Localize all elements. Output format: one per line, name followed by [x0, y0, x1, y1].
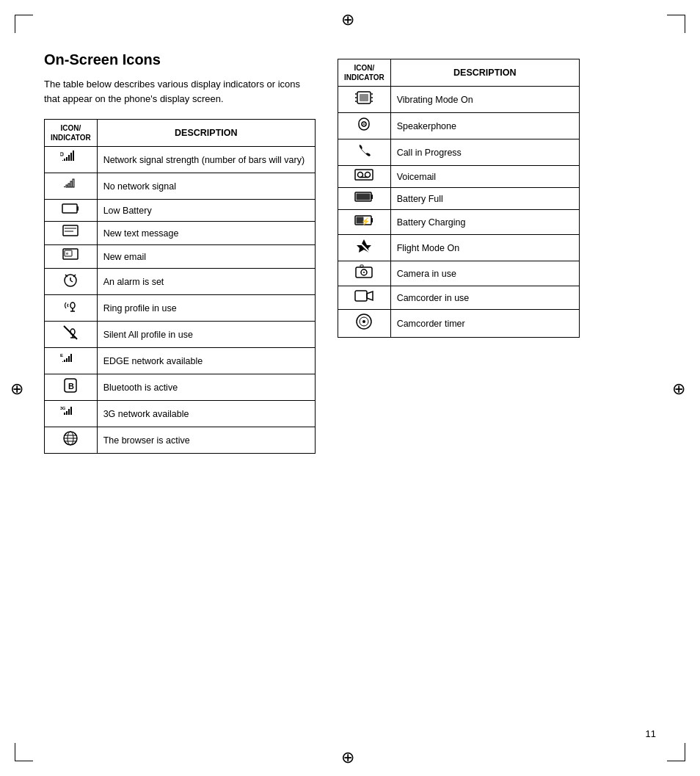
svg-rect-67 [357, 194, 371, 200]
svg-rect-76 [360, 265, 363, 267]
battery-full-icon [338, 188, 391, 210]
svg-rect-66 [371, 195, 373, 199]
svg-rect-37 [70, 354, 72, 362]
svg-text:e: e [66, 251, 69, 255]
left-table-row: An alarm is set [45, 269, 316, 295]
corner-mark-tr [663, 15, 685, 37]
left-row-desc-5: An alarm is set [97, 269, 315, 295]
crosshair-right [672, 380, 690, 397]
right-row-desc-5: Battery Charging [390, 210, 579, 235]
svg-rect-33 [62, 361, 63, 362]
ring-profile-icon [45, 295, 98, 322]
right-table-row: Vibrating Mode On [338, 87, 580, 113]
left-row-desc-8: EDGE network available [97, 348, 315, 374]
silent-profile-icon [45, 322, 98, 348]
left-row-desc-1: No network signal [97, 173, 315, 200]
right-row-desc-2: Call in Progress [390, 139, 579, 166]
svg-rect-4 [68, 155, 70, 161]
left-table-row: Low Battery [45, 200, 316, 222]
crosshair-bottom [341, 748, 359, 766]
svg-rect-36 [68, 356, 70, 362]
camcorder-icon [338, 286, 391, 310]
left-table-row: B Bluetooth is active [45, 374, 316, 401]
svg-rect-69 [371, 218, 373, 222]
right-row-desc-0: Vibrating Mode On [390, 87, 579, 113]
alarm-icon [45, 269, 98, 295]
svg-text:B: B [68, 382, 74, 391]
svg-point-25 [70, 302, 75, 308]
left-row-desc-0: Network signal strength (number of bars … [97, 147, 315, 173]
svg-rect-1 [62, 160, 63, 161]
svg-point-60 [363, 123, 365, 125]
call-progress-icon [338, 139, 391, 166]
right-row-desc-9: Camcorder timer [390, 310, 579, 338]
voicemail-icon [338, 166, 391, 188]
bluetooth-icon: B [45, 374, 98, 401]
vibrate-icon [338, 87, 391, 113]
svg-rect-77 [355, 291, 367, 301]
right-table-row: Camcorder timer [338, 310, 580, 338]
svg-point-63 [365, 173, 371, 178]
svg-rect-42 [66, 411, 68, 415]
left-table-row: The browser is active [45, 427, 316, 454]
camera-icon [338, 261, 391, 286]
svg-point-75 [363, 272, 365, 273]
page-number: 11 [646, 728, 656, 739]
svg-line-22 [70, 280, 73, 282]
left-table-row: E EDGE network available [45, 348, 316, 374]
right-table-row: Camera in use [338, 261, 580, 286]
signal-icon [45, 147, 98, 173]
speakerphone-icon [338, 113, 391, 139]
left-table-row: No network signal [45, 173, 316, 200]
crosshair-top [341, 10, 359, 28]
left-table-row: e New email [45, 245, 316, 269]
svg-rect-5 [70, 153, 72, 161]
left-row-desc-3: New text message [97, 222, 315, 245]
svg-rect-7 [64, 186, 65, 187]
right-row-desc-3: Voicemail [390, 166, 579, 188]
right-table-row: Battery Full [338, 188, 580, 210]
flight-mode-icon [338, 235, 391, 261]
svg-point-81 [362, 320, 365, 323]
text-message-icon [45, 222, 98, 245]
svg-rect-41 [64, 413, 65, 415]
right-header-icon: ICON/INDICATOR [338, 59, 391, 87]
svg-rect-13 [77, 206, 79, 211]
left-table-row: 3G 3G network available [45, 401, 316, 427]
edge-network-icon: E [45, 348, 98, 374]
corner-mark-br [663, 739, 685, 761]
left-row-desc-10: 3G network available [97, 401, 315, 427]
svg-rect-51 [360, 94, 368, 101]
left-header-desc: DESCRIPTION [97, 120, 315, 147]
corner-mark-bl [15, 739, 37, 761]
svg-rect-35 [66, 358, 68, 362]
svg-rect-2 [64, 159, 65, 161]
right-table-row: Speakerphone [338, 113, 580, 139]
no-signal-icon [45, 173, 98, 200]
left-icons-table: ICON/INDICATOR DESCRIPTION Network signa… [44, 119, 316, 454]
svg-rect-6 [73, 151, 74, 161]
svg-rect-11 [73, 179, 74, 187]
left-table-row: Ring profile in use [45, 295, 316, 322]
svg-rect-44 [70, 407, 72, 415]
svg-text:⚡: ⚡ [361, 217, 371, 226]
svg-rect-0 [60, 153, 63, 156]
left-row-desc-9: Bluetooth is active [97, 374, 315, 401]
svg-marker-78 [367, 291, 373, 300]
right-table-row: Call in Progress [338, 139, 580, 166]
svg-rect-9 [68, 184, 70, 187]
svg-rect-43 [68, 409, 70, 415]
right-table-row: Flight Mode On [338, 235, 580, 261]
battery-charging-icon: ⚡ [338, 210, 391, 235]
3g-network-icon: 3G [45, 401, 98, 427]
right-icons-table: ICON/INDICATOR DESCRIPTION Vibrating Mod… [338, 59, 580, 338]
low-battery-icon [45, 200, 98, 222]
main-content: On-Screen Icons The table below describe… [0, 0, 700, 498]
right-header-desc: DESCRIPTION [390, 59, 579, 87]
svg-text:3G: 3G [60, 406, 65, 410]
right-row-desc-8: Camcorder in use [390, 286, 579, 310]
left-row-desc-6: Ring profile in use [97, 295, 315, 322]
right-table-row: Camcorder in use [338, 286, 580, 310]
left-row-desc-4: New email [97, 245, 315, 269]
svg-rect-12 [62, 204, 77, 213]
